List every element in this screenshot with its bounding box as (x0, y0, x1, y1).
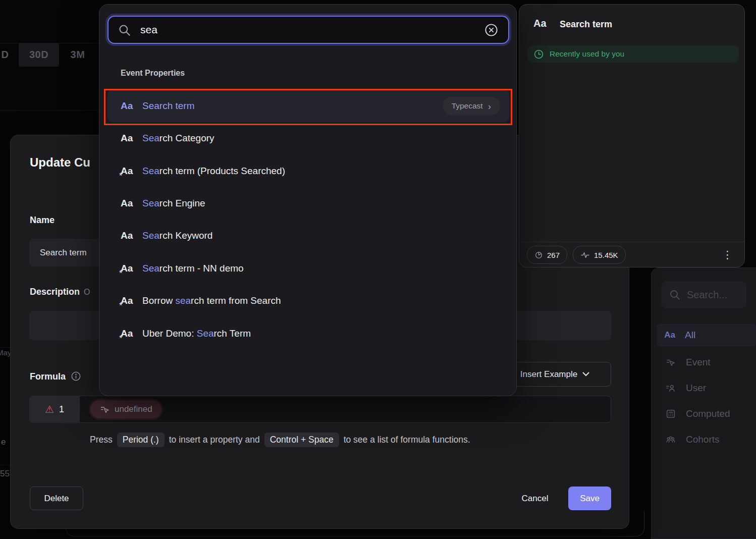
result-search-category[interactable]: Aa Search Category (107, 122, 509, 154)
property-detail-panel: Aa Search term Recently used by you 267 … (519, 4, 745, 267)
result-search-term-products-searched[interactable]: Aa* Search term (Products Searched) (107, 155, 509, 187)
custom-property-star-icon: * (119, 171, 123, 181)
aa-custom-icon: Aa* (121, 328, 142, 339)
total-events-chip[interactable]: 15.45K (573, 246, 626, 264)
tab-date-range-partial[interactable]: D (0, 43, 12, 67)
result-search-term-nn-demo[interactable]: Aa* Search term - NN demo (107, 252, 509, 285)
aa-custom-icon: Aa* (121, 295, 142, 306)
label-suffix: rch Keyword (159, 230, 213, 241)
result-label: Search term - NN demo (142, 263, 244, 274)
formula-token-undefined[interactable]: undefined (90, 400, 161, 418)
save-button[interactable]: Save (568, 487, 611, 510)
chart-fragment-e: e (1, 437, 6, 447)
clock-icon (533, 49, 544, 60)
label-match: Sea (142, 198, 159, 208)
chevron-right-icon: › (488, 101, 491, 111)
result-search-keyword[interactable]: Aa Search Keyword (107, 220, 509, 252)
aa-icon: Aa (121, 230, 142, 241)
hint-text: Press (90, 435, 113, 445)
label-match: Sea (142, 133, 159, 143)
insert-example-label: Insert Example (520, 369, 577, 380)
chevron-down-icon (582, 372, 589, 376)
delete-button[interactable]: Delete (30, 487, 83, 510)
property-search-overlay: Event Properties Aa Search term Typecast… (99, 4, 517, 396)
description-label-text: Description (30, 287, 80, 297)
kbd-period: Period (.) (117, 433, 165, 447)
result-label: Search term (Products Searched) (142, 166, 285, 177)
toolbar-divider-2 (0, 110, 99, 111)
sidebar-item-all[interactable]: Aa All (657, 324, 756, 347)
typecast-button[interactable]: Typecast › (443, 97, 500, 115)
result-label: Search Keyword (142, 230, 212, 241)
cohorts-icon (665, 434, 677, 445)
user-icon (665, 383, 677, 394)
formula-label-text: Formula (30, 371, 66, 382)
total-events-count: 15.45K (594, 251, 618, 259)
tab-3m[interactable]: 3M (59, 43, 96, 67)
warning-icon: ⚠ (45, 404, 54, 414)
formula-editor[interactable]: undefined (80, 396, 611, 423)
result-borrow-search-term[interactable]: Aa* Borrow search term from Search (107, 285, 509, 317)
info-icon[interactable] (71, 371, 81, 382)
label-match: Sea (197, 328, 214, 339)
result-label: Search Engine (142, 198, 205, 209)
sidebar-item-event[interactable]: Event (657, 355, 756, 370)
aa-custom-icon: Aa* (121, 263, 142, 274)
chart-gridline (0, 347, 10, 348)
recently-used-badge: Recently used by you (527, 45, 739, 63)
formula-token-label: undefined (115, 404, 152, 414)
sidebar-search-field[interactable] (662, 281, 746, 308)
formula-error-badge: ⚠ 1 (29, 396, 80, 423)
kebab-menu-icon[interactable]: ⋮ (718, 249, 737, 261)
event-cursor-icon (665, 357, 677, 368)
property-search-field[interactable] (107, 16, 509, 44)
label-suffix: rch Category (159, 133, 214, 143)
hint-text: to insert a property and (169, 435, 260, 445)
label-prefix: Search term (142, 100, 194, 111)
label-prefix: Borrow (142, 295, 175, 306)
sidebar-item-label: Event (686, 357, 711, 368)
name-label: Name (30, 215, 55, 226)
label-prefix: Uber Demo: (142, 328, 197, 339)
aa-icon: Aa (533, 18, 547, 29)
section-header-event-properties: Event Properties (121, 69, 185, 78)
search-icon (118, 23, 131, 37)
chart-gridline-2 (0, 465, 10, 465)
description-optional-hint: O (84, 288, 90, 296)
sidebar-item-label: Cohorts (686, 434, 720, 445)
cancel-button[interactable]: Cancel (513, 487, 557, 510)
result-search-term[interactable]: Aa Search term Typecast › (107, 90, 509, 122)
label-suffix: rch term (Products Searched) (159, 166, 285, 176)
aa-icon: Aa (121, 198, 142, 209)
custom-property-star-icon: * (119, 268, 123, 279)
aa-icon: Aa (664, 330, 676, 340)
activity-icon (580, 250, 590, 260)
sidebar-item-computed[interactable]: Computed (657, 406, 756, 421)
pie-chart-icon (534, 251, 543, 259)
formula-hint: Press Period (.) to insert a property an… (90, 433, 470, 447)
property-search-input[interactable] (139, 23, 483, 36)
sidebar-item-user[interactable]: User (657, 381, 756, 396)
result-uber-demo-search-term[interactable]: Aa* Uber Demo: Search Term (107, 317, 509, 350)
sidebar-item-label: All (685, 330, 695, 341)
aa-icon: Aa (121, 100, 142, 112)
property-title: Search term (560, 19, 612, 30)
sidebar-search-input[interactable] (686, 289, 738, 301)
custom-property-star-icon: * (119, 301, 123, 311)
formula-error-count: 1 (59, 404, 64, 415)
sidebar-item-label: User (686, 383, 706, 394)
result-search-engine[interactable]: Aa Search Engine (107, 187, 509, 220)
label-suffix: rch term from Search (191, 295, 281, 306)
label-suffix: rch term - NN demo (159, 263, 244, 274)
label-match: sea (175, 295, 191, 306)
event-token-icon (99, 404, 110, 415)
formula-label: Formula (30, 371, 81, 382)
aa-icon: Aa (121, 133, 142, 144)
sidebar-item-cohorts[interactable]: Cohorts (657, 432, 756, 447)
distinct-values-chip[interactable]: 267 (527, 246, 567, 264)
recently-used-label: Recently used by you (550, 49, 624, 59)
description-label: DescriptionO (30, 287, 90, 297)
tab-30d[interactable]: 30D (19, 43, 59, 67)
result-label: Search Category (142, 133, 214, 144)
clear-search-icon[interactable] (483, 22, 499, 38)
